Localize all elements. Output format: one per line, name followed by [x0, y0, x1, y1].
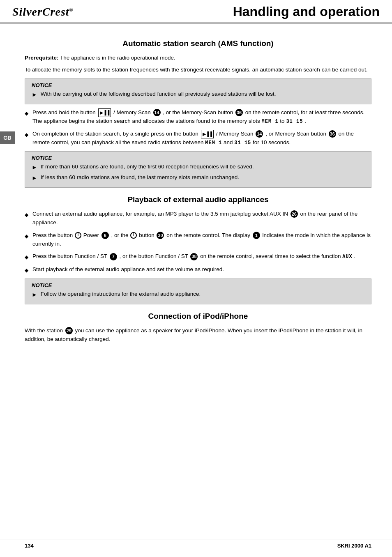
external-heading: Playback of external audio appliances: [25, 195, 371, 204]
ams-section: Automatic station search (AMS function) …: [25, 39, 371, 188]
notice-text-2b: If less than 60 radio stations are found…: [41, 173, 239, 182]
bullet-1-text: Press and hold the button ▶▐▐ / Memory S…: [32, 108, 371, 126]
badge-38: 38: [190, 253, 198, 260]
bullet-2-text: On completion of the station search, by …: [32, 130, 371, 147]
notice-item-3: ► Follow the operating instructions for …: [32, 290, 364, 299]
notice-item-2a: ► If more than 60 stations are found, on…: [32, 163, 364, 172]
arrow-icon-3: ►: [32, 174, 37, 182]
prerequisite-text: The appliance is in the radio operationa…: [60, 55, 175, 61]
badge-14: 14: [153, 109, 161, 116]
badge-30: 30: [157, 232, 164, 239]
badge-14b: 14: [256, 130, 263, 138]
badge-7: 7: [110, 253, 117, 260]
list-item: ◆ Start playback of the external audio a…: [25, 265, 371, 274]
notice-text-3: Follow the operating instructions for th…: [41, 290, 201, 298]
diamond-icon: ◆: [25, 211, 28, 219]
badge-29: 29: [65, 327, 73, 334]
badge-36b: 36: [329, 130, 336, 138]
lcd-aux: AUX: [342, 254, 353, 260]
notice-item-2b: ► If less than 60 radio stations are fou…: [32, 173, 364, 182]
notice-title-2: NOTICE: [32, 155, 364, 161]
external-bullet-list: ◆ Connect an external audio appliance, f…: [25, 210, 371, 274]
ext-bullet-3: Press the button Function / ST 7 , or th…: [32, 252, 355, 261]
footer: 134 SKRI 2000 A1: [0, 539, 392, 549]
page-title: Handling and operation: [233, 4, 380, 19]
list-item: ◆ On completion of the station search, b…: [25, 130, 371, 147]
ext-bullet-1: Connect an external audio appliance, for…: [32, 210, 371, 227]
model-number: SKRI 2000 A1: [337, 543, 371, 549]
lcd-mem1b: MEM 1: [205, 140, 222, 146]
brand-name: SilverCrest®: [12, 5, 74, 18]
play-scan-icon: ▶▐▐: [98, 108, 111, 117]
ipod-text: With the station 29 you can use the appl…: [25, 327, 371, 344]
ams-intro: To allocate the memory slots to the stat…: [25, 66, 371, 74]
arrow-icon-1: ►: [32, 90, 37, 99]
list-item: ◆ Connect an external audio appliance, f…: [25, 210, 371, 227]
power-icon-2: [130, 232, 137, 239]
notice-box-2: NOTICE ► If more than 60 stations are fo…: [25, 151, 371, 188]
prerequisite-label: Prerequisite:: [25, 55, 59, 61]
page-number: 134: [25, 543, 34, 549]
notice-box-3: NOTICE ► Follow the operating instructio…: [25, 278, 371, 304]
notice-box-1: NOTICE ► With the carrying out of the fo…: [25, 78, 371, 104]
badge-6: 6: [101, 232, 109, 239]
sidebar-gb-label: GB: [0, 131, 15, 144]
ams-heading: Automatic station search (AMS function): [25, 39, 371, 48]
play-scan-icon-2: ▶▐▐: [201, 130, 214, 138]
diamond-icon: ◆: [25, 131, 28, 139]
lcd-3115b: 31 15: [234, 140, 251, 146]
lcd-mem1: MEM 1: [262, 119, 279, 124]
notice-item-1: ► With the carrying out of the following…: [32, 90, 364, 99]
badge-26: 26: [291, 210, 298, 218]
ipod-heading: Connection of iPod/iPhone: [25, 312, 371, 321]
ipod-section: Connection of iPod/iPhone With the stati…: [25, 312, 371, 344]
main-content: Automatic station search (AMS function) …: [0, 23, 392, 355]
ams-bullet-list: ◆ Press and hold the button ▶▐▐ / Memory…: [25, 108, 371, 147]
diamond-icon: ◆: [25, 267, 28, 274]
notice-title-1: NOTICE: [32, 82, 364, 88]
ext-bullet-4: Start playback of the external audio app…: [32, 265, 224, 274]
diamond-icon: ◆: [25, 232, 28, 240]
notice-title-3: NOTICE: [32, 282, 364, 288]
arrow-icon-2: ►: [32, 163, 37, 172]
page: SilverCrest® Handling and operation GB A…: [0, 0, 392, 557]
diamond-icon: ◆: [25, 110, 28, 117]
lcd-3115: 31 15: [286, 119, 303, 124]
power-icon-1: [75, 232, 81, 239]
external-section: Playback of external audio appliances ◆ …: [25, 195, 371, 304]
arrow-icon-4: ►: [32, 290, 37, 299]
list-item: ◆ Press and hold the button ▶▐▐ / Memory…: [25, 108, 371, 126]
badge-1: 1: [253, 232, 260, 239]
diamond-icon: ◆: [25, 253, 28, 261]
list-item: ◆ Press the button Power 6 , or the butt…: [25, 231, 371, 249]
header: SilverCrest® Handling and operation: [0, 0, 392, 23]
list-item: ◆ Press the button Function / ST 7 , or …: [25, 252, 371, 261]
badge-36: 36: [235, 109, 243, 116]
notice-text-2a: If more than 60 stations are found, only…: [41, 163, 254, 171]
ext-bullet-2: Press the button Power 6 , or the button…: [32, 231, 371, 249]
notice-text-1: With the carrying out of the following d…: [41, 90, 276, 98]
ams-prerequisite: Prerequisite: The appliance is in the ra…: [25, 54, 371, 62]
